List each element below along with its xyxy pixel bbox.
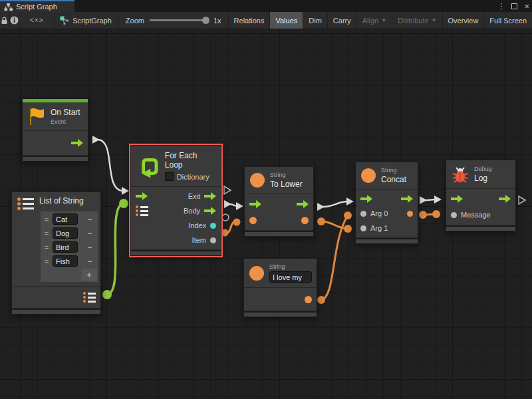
- flow-input-port[interactable]: [451, 195, 463, 203]
- inspect-button[interactable]: [10, 12, 20, 29]
- flow-output-port[interactable]: [499, 195, 511, 203]
- node-footer: [131, 250, 221, 255]
- wire-value-concat-to-message[interactable]: [419, 210, 440, 219]
- object-port-dot: [360, 225, 366, 231]
- unconnected-index-circle[interactable]: [222, 214, 229, 221]
- flow-arrow-icon: [297, 200, 309, 208]
- node-to-lower[interactable]: String To Lower: [244, 166, 314, 237]
- full-screen-button[interactable]: Full Screen: [483, 12, 532, 29]
- values-button[interactable]: Values: [269, 12, 303, 29]
- node-concat[interactable]: String Concat Arg: [355, 162, 418, 244]
- list-icon: [83, 292, 96, 303]
- node-category: String: [269, 263, 312, 270]
- wire-value-literal-to-arg0[interactable]: [317, 211, 352, 304]
- flow-output-port[interactable]: [297, 200, 309, 208]
- flow-arrow-icon: [451, 195, 463, 203]
- flow-output-port[interactable]: [401, 195, 413, 203]
- int-port-dot: [210, 223, 216, 229]
- string-output-port[interactable]: [305, 296, 312, 303]
- wire-flow-onstart-to-foreach[interactable]: [92, 136, 129, 195]
- lock-button[interactable]: [0, 12, 10, 29]
- drag-handle-icon[interactable]: =: [43, 257, 51, 265]
- index-output-port[interactable]: Index: [188, 221, 216, 229]
- node-title: For Each Loop: [165, 151, 215, 170]
- list-icon: [136, 205, 148, 216]
- collection-input-port[interactable]: [136, 205, 148, 216]
- zoom-label: Zoom: [126, 17, 144, 25]
- flow-input-port[interactable]: [360, 195, 372, 203]
- close-icon[interactable]: ×: [524, 2, 529, 11]
- node-title: To Lower: [270, 180, 303, 189]
- unconnected-log-exit-triangle[interactable]: [519, 196, 525, 204]
- flow-arrow-icon: [204, 192, 216, 200]
- overview-button[interactable]: Overview: [442, 12, 484, 29]
- node-list-of-string[interactable]: List of String = − = − = − = −: [11, 192, 101, 315]
- node-for-each-loop[interactable]: For Each Loop Dictionary Exit: [130, 145, 221, 256]
- string-input-port[interactable]: [249, 217, 257, 224]
- flow-input-port[interactable]: [136, 192, 148, 200]
- arg1-input-port[interactable]: Arg 1: [360, 224, 388, 232]
- remove-item-button[interactable]: −: [84, 256, 96, 267]
- node-debug-log[interactable]: Debug Log Message: [446, 160, 516, 231]
- tab-script-graph[interactable]: Script Graph: [0, 0, 74, 12]
- list-item-input[interactable]: [53, 213, 78, 225]
- remove-item-button[interactable]: −: [84, 214, 96, 225]
- string-type-icon: [249, 266, 264, 281]
- node-on-start[interactable]: On Start Event: [22, 98, 88, 162]
- flow-input-port[interactable]: [249, 200, 261, 208]
- flow-arrow-icon: [401, 195, 413, 203]
- list-item-input[interactable]: [53, 255, 78, 267]
- zoom-slider[interactable]: [150, 19, 208, 21]
- remove-item-button[interactable]: −: [84, 228, 96, 239]
- relations-button[interactable]: Relations: [228, 12, 270, 29]
- graph-name-button[interactable]: ScriptGraph: [55, 12, 119, 29]
- list-item-input[interactable]: [53, 227, 78, 239]
- list-output-port[interactable]: [83, 292, 96, 303]
- drag-handle-icon[interactable]: =: [43, 215, 51, 223]
- node-footer: [356, 238, 418, 243]
- wire-flow-body-to-tolower[interactable]: [224, 200, 243, 210]
- string-port-dot: [301, 217, 309, 224]
- zoom-control: Zoom 1x: [119, 12, 228, 29]
- body-output-port[interactable]: Body: [184, 207, 216, 215]
- drag-handle-icon[interactable]: =: [43, 243, 51, 251]
- distribute-dropdown[interactable]: Distribute ▼: [392, 12, 442, 29]
- graph-canvas[interactable]: On Start Event List of String: [0, 29, 532, 399]
- flow-arrow-icon: [499, 195, 511, 203]
- result-output-port[interactable]: [407, 211, 413, 217]
- item-output-port[interactable]: Item: [192, 236, 216, 244]
- node-category: String: [381, 167, 406, 174]
- node-category: Debug: [474, 166, 492, 172]
- wire-value-item-to-tolower[interactable]: [221, 219, 241, 237]
- string-value-input[interactable]: [269, 271, 312, 283]
- maximize-icon[interactable]: [511, 3, 517, 9]
- code-view-button[interactable]: <×>: [19, 12, 55, 29]
- remove-item-button[interactable]: −: [84, 242, 96, 253]
- wire-flow-concat-to-log[interactable]: [420, 196, 442, 204]
- graph-toolbar: <×> ScriptGraph Zoom 1x Relations Values…: [0, 12, 532, 29]
- dim-button[interactable]: Dim: [303, 12, 327, 29]
- flow-output-port[interactable]: [71, 139, 83, 147]
- unconnected-exit-triangle[interactable]: [224, 186, 231, 194]
- flow-arrow-icon: [249, 200, 261, 208]
- exit-output-port[interactable]: Exit: [188, 192, 216, 200]
- wire-flow-tolower-to-concat[interactable]: [317, 198, 354, 211]
- message-input-port[interactable]: Message: [451, 211, 491, 219]
- carry-button[interactable]: Carry: [327, 12, 356, 29]
- wire-value-tolower-to-arg1[interactable]: [317, 217, 352, 233]
- add-item-button[interactable]: +: [81, 269, 97, 281]
- flow-arrow-icon: [360, 195, 372, 203]
- zoom-slider-handle[interactable]: [202, 17, 209, 24]
- dictionary-checkbox[interactable]: [165, 172, 174, 181]
- arg0-input-port[interactable]: Arg 0: [360, 209, 388, 217]
- window-menu-icon[interactable]: ⋮: [497, 2, 505, 11]
- list-icon: [17, 198, 34, 210]
- string-output-port[interactable]: [301, 217, 309, 224]
- node-footer: [244, 311, 317, 317]
- object-port-dot: [210, 237, 216, 243]
- align-dropdown[interactable]: Align ▼: [356, 12, 392, 29]
- list-item-input[interactable]: [53, 241, 78, 253]
- drag-handle-icon[interactable]: =: [43, 229, 51, 237]
- node-string-literal[interactable]: String: [243, 258, 317, 317]
- wire-value-list-to-foreach[interactable]: [102, 199, 128, 299]
